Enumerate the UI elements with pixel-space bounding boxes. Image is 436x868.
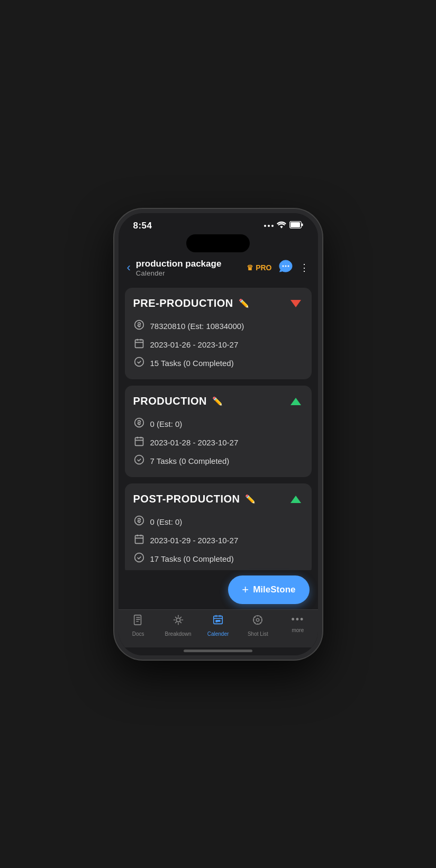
svg-rect-1 [290,222,300,227]
tab-shot-list[interactable]: Shot List [238,614,278,637]
fab-label: MileStone [253,584,295,595]
crown-icon: ♛ [247,263,253,272]
budget-icon-post [133,515,145,528]
phone-frame: 8:54 ‹ pr [114,209,322,660]
post-production-tasks-row: 17 Tasks (0 Completed) [133,552,303,565]
svg-point-14 [134,553,143,562]
production-budget: 0 (Est: 0) [150,419,183,428]
home-indicator [119,647,318,655]
status-time: 8:54 [133,221,152,231]
svg-rect-19 [217,620,219,621]
production-title-row: PRODUCTION ✏️ [133,395,223,407]
calender-tab-label: Calender [207,631,229,637]
tasks-icon-post [133,552,145,565]
calendar-icon-pre [133,338,145,351]
production-details: 0 (Est: 0) 2023-01-28 - 2023-10-27 [133,417,303,468]
pre-production-title: PRE-PRODUCTION [133,297,233,309]
production-collapse-button[interactable] [288,394,303,409]
tab-more[interactable]: ••• more [278,614,317,637]
post-production-header: POST-PRODUCTION ✏️ [133,492,303,507]
production-tasks-row: 7 Tasks (0 Completed) [133,454,303,468]
production-title: PRODUCTION [133,395,207,407]
more-tab-label: more [292,627,304,633]
status-icons [264,221,303,231]
svg-rect-7 [135,340,143,348]
svg-rect-20 [219,620,220,621]
production-tasks: 7 Tasks (0 Completed) [150,456,230,465]
production-card: PRODUCTION ✏️ 0 (Est: 0) [125,386,312,477]
nav-header: ‹ production package Calender ♛ PRO ⋮ [119,254,318,282]
pre-production-dates: 2023-01-26 - 2023-10-27 [150,340,239,349]
production-header: PRODUCTION ✏️ [133,394,303,409]
pre-production-tasks: 15 Tasks (0 Completed) [150,359,234,368]
pre-production-tasks-row: 15 Tasks (0 Completed) [133,357,303,370]
back-button[interactable]: ‹ [127,261,131,275]
svg-point-3 [282,266,284,267]
pro-badge[interactable]: ♛ PRO [247,263,271,272]
dynamic-island [186,234,250,252]
fab-area: + MileStone [119,570,318,609]
docs-tab-label: Docs [132,631,144,637]
breakdown-tab-label: Breakdown [165,631,192,637]
budget-icon-prod [133,417,145,431]
post-production-title-row: POST-PRODUCTION ✏️ [133,493,256,505]
post-production-edit-icon[interactable]: ✏️ [245,494,256,504]
svg-rect-15 [134,615,141,624]
nav-actions: ♛ PRO ⋮ [247,259,309,276]
budget-icon [133,319,145,333]
svg-rect-2 [302,224,303,226]
pre-production-title-row: PRE-PRODUCTION ✏️ [133,297,249,309]
svg-point-4 [285,266,286,267]
collapse-up-icon-post [290,496,301,503]
tab-calender[interactable]: Calender [198,614,238,637]
pre-production-budget: 78320810 (Est: 10834000) [150,322,244,331]
tasks-icon-pre [133,357,145,370]
nav-title-group: production package Calender [136,259,247,277]
tab-docs[interactable]: Docs [119,614,158,637]
pre-production-collapse-button[interactable] [288,296,303,311]
post-production-budget-row: 0 (Est: 0) [133,515,303,528]
pre-production-header: PRE-PRODUCTION ✏️ [133,296,303,311]
production-dates: 2023-01-28 - 2023-10-27 [150,438,239,447]
post-production-card: POST-PRODUCTION ✏️ 0 (Est: 0) [125,483,312,570]
more-menu-icon[interactable]: ⋮ [299,262,310,273]
svg-point-22 [257,618,260,622]
tasks-icon-prod [133,454,145,468]
tab-bar: Docs Breakdown Ca [119,609,318,647]
pre-production-details: 78320810 (Est: 10834000) 2023-01-26 - 20… [133,319,303,370]
svg-point-5 [287,266,289,267]
calendar-icon-post [133,534,145,547]
tab-breakdown[interactable]: Breakdown [158,614,198,637]
post-production-collapse-button[interactable] [288,492,303,507]
status-bar: 8:54 [119,213,318,234]
production-budget-row: 0 (Est: 0) [133,417,303,431]
svg-point-8 [134,357,143,366]
nav-subtitle: Calender [136,269,247,277]
main-content: PRE-PRODUCTION ✏️ 78320810 (Est: 1083400… [119,282,318,570]
svg-point-16 [176,618,180,622]
fab-plus-icon: + [242,583,249,597]
chat-icon[interactable] [278,259,293,276]
production-edit-icon[interactable]: ✏️ [212,396,223,406]
pro-label: PRO [256,263,271,272]
pre-production-edit-icon[interactable]: ✏️ [239,298,249,308]
svg-point-11 [134,455,143,464]
svg-rect-18 [216,620,217,621]
post-production-budget: 0 (Est: 0) [150,517,183,526]
svg-rect-17 [214,616,223,624]
production-date-row: 2023-01-28 - 2023-10-27 [133,436,303,449]
nav-title: production package [136,259,247,269]
shot-list-tab-label: Shot List [248,631,268,637]
shot-list-icon [252,614,264,629]
more-tab-icon: ••• [291,614,304,625]
collapse-down-icon [290,300,301,307]
post-production-title: POST-PRODUCTION [133,493,240,505]
pre-production-budget-row: 78320810 (Est: 10834000) [133,319,303,333]
post-production-details: 0 (Est: 0) 2023-01-29 - 2023-10-27 [133,515,303,565]
calendar-icon-prod [133,436,145,449]
add-milestone-button[interactable]: + MileStone [228,575,309,604]
svg-rect-10 [135,437,143,445]
battery-icon [289,221,303,230]
breakdown-icon [172,614,184,629]
wifi-icon [277,221,286,231]
